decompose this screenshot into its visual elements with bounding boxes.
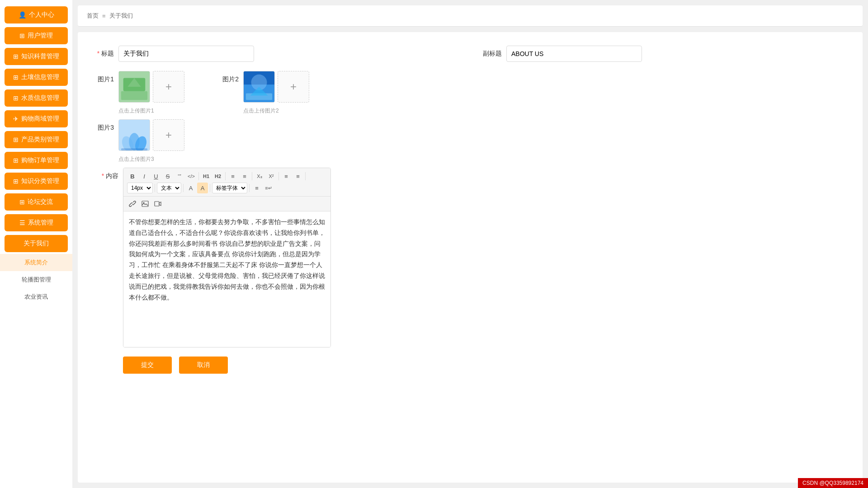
- toolbar-font-color[interactable]: A: [185, 183, 196, 193]
- toolbar-sep-5: [305, 172, 306, 180]
- img2-preview: [244, 71, 274, 102]
- toolbar-underline[interactable]: U: [151, 171, 161, 182]
- sidebar-item-knowledge-classify[interactable]: ⊞ 知识分类管理: [5, 173, 68, 190]
- form-actions: 提交 取消: [96, 357, 844, 374]
- img1-section: 图片1: [96, 71, 184, 115]
- img2-add-button[interactable]: +: [278, 71, 309, 103]
- submit-button[interactable]: 提交: [123, 357, 172, 374]
- toolbar-link[interactable]: [127, 198, 138, 209]
- toolbar-h1[interactable]: H1: [201, 171, 212, 182]
- toolbar-align-left[interactable]: ≡: [281, 171, 292, 182]
- subtitle-group: 副标题: [477, 46, 844, 62]
- toolbar-bg-color[interactable]: A: [197, 183, 208, 193]
- sidebar-item-about-us[interactable]: 关于我们: [5, 235, 68, 252]
- sidebar-item-personal-center[interactable]: 👤 个人中心: [5, 6, 68, 23]
- toolbar-row-1: B I U S “” </> H1 H2 ≡ ≡ X₂ X² ≡: [123, 168, 330, 197]
- img1-add-button[interactable]: +: [153, 71, 184, 103]
- toolbar-ol[interactable]: ≡: [227, 171, 238, 182]
- toolbar-code[interactable]: </>: [186, 171, 197, 182]
- toolbar-sep-3: [252, 172, 252, 180]
- img3-add-button[interactable]: +: [153, 119, 184, 151]
- title-input[interactable]: [118, 46, 254, 62]
- toolbar-align-right[interactable]: ≡: [292, 171, 303, 182]
- img2-section: 图片2: [221, 71, 309, 115]
- breadcrumb-current: 关于我们: [109, 12, 133, 20]
- toolbar-font-family-select[interactable]: 标签字体: [212, 183, 247, 193]
- img2-svg: [244, 71, 274, 102]
- toolbar-image-upload[interactable]: [140, 198, 151, 209]
- grid-icon-7: ⊞: [19, 198, 25, 206]
- breadcrumb-home[interactable]: 首页: [87, 12, 99, 20]
- img1-thumbnail[interactable]: [118, 71, 150, 103]
- toolbar-fontsize-select[interactable]: 14px 12px 16px 18px: [127, 183, 153, 193]
- breadcrumb-separator: ≡: [102, 13, 106, 19]
- svg-rect-14: [142, 201, 148, 206]
- calendar-icon: ⊞: [13, 157, 19, 164]
- sub-menu-system-intro[interactable]: 系统简介: [0, 254, 72, 271]
- sub-menu-carousel[interactable]: 轮播图管理: [0, 271, 72, 288]
- sidebar-item-knowledge-category[interactable]: ⊞ 知识科普管理: [5, 48, 68, 65]
- toolbar-video[interactable]: [152, 198, 163, 209]
- sidebar-item-user-management[interactable]: ⊞ 用户管理: [5, 27, 68, 44]
- toolbar-superscript[interactable]: X²: [266, 171, 277, 182]
- grid-icon-3: ⊞: [13, 74, 19, 81]
- toolbar-h2[interactable]: H2: [212, 171, 223, 182]
- toolbar-ul[interactable]: ≡: [239, 171, 250, 182]
- video-icon: [154, 200, 161, 207]
- subtitle-label: 副标题: [477, 50, 502, 58]
- svg-rect-2: [121, 91, 147, 100]
- toolbar-row-2: [123, 197, 330, 211]
- sidebar-item-shop-domain[interactable]: ✈ 购物商域管理: [5, 110, 68, 127]
- sidebar-item-soil-info[interactable]: ⊞ 土壤信息管理: [5, 69, 68, 86]
- grid-icon-5: ⊞: [13, 136, 19, 143]
- toolbar-strikethrough[interactable]: S: [162, 171, 173, 182]
- img1-label: 图片1: [96, 75, 114, 84]
- img1-upload-area: +: [118, 71, 184, 103]
- sidebar-item-product-category[interactable]: ⊞ 产品类别管理: [5, 131, 68, 148]
- main-content: 首页 ≡ 关于我们 * 标题 副标题 图片1: [72, 0, 868, 488]
- link-icon: [129, 200, 136, 207]
- svg-rect-16: [155, 202, 159, 206]
- toolbar-subscript[interactable]: X₂: [254, 171, 265, 182]
- csdn-watermark: CSDN @QQ3359892174: [798, 478, 868, 488]
- user-icon: 👤: [19, 11, 26, 19]
- img1-hint: 点击上传图片1: [118, 107, 184, 115]
- image-icon: [142, 200, 149, 207]
- toolbar-bold[interactable]: B: [127, 171, 138, 182]
- editor-body[interactable]: 不管你想要怎样的生活，你都要去努力争取，不多害怕一些事情怎么知道自己适合什么，不…: [123, 211, 330, 347]
- toolbar-indent[interactable]: ≡↵: [263, 183, 274, 193]
- img3-label: 图片3: [96, 124, 114, 132]
- sidebar: 👤 个人中心 ⊞ 用户管理 ⊞ 知识科普管理 ⊞ 土壤信息管理 ⊞ 水质信息管理…: [0, 0, 72, 488]
- img2-hint: 点击上传图片2: [243, 107, 309, 115]
- img2-label: 图片2: [221, 75, 239, 84]
- sub-menu-agriculture[interactable]: 农业资讯: [0, 288, 72, 305]
- img3-thumbnail[interactable]: [118, 119, 150, 151]
- sidebar-item-water-info[interactable]: ⊞ 水质信息管理: [5, 89, 68, 107]
- breadcrumb: 首页 ≡ 关于我们: [78, 5, 863, 27]
- plane-icon: ✈: [13, 115, 19, 122]
- toolbar-italic[interactable]: I: [139, 171, 150, 182]
- sidebar-item-system-manage[interactable]: ☰ 系统管理: [5, 214, 68, 231]
- img2-thumbnail[interactable]: [243, 71, 275, 103]
- sub-menu: 系统简介 轮播图管理 农业资讯: [0, 254, 72, 305]
- img3-svg: [119, 120, 150, 150]
- img3-section: 图片3: [96, 119, 844, 163]
- toolbar-sep-8: [210, 184, 210, 192]
- grid-icon-6: ⊞: [13, 178, 19, 185]
- svg-rect-13: [121, 148, 147, 150]
- img3-preview: [119, 120, 150, 150]
- toolbar-align-center[interactable]: ≡: [251, 183, 262, 193]
- grid-icon-4: ⊞: [13, 94, 19, 102]
- toolbar-blockquote[interactable]: “”: [174, 171, 185, 182]
- cancel-button[interactable]: 取消: [179, 357, 228, 374]
- content-label: * 内容: [96, 172, 118, 180]
- img2-upload-area: +: [243, 71, 309, 103]
- subtitle-input[interactable]: [506, 46, 642, 62]
- toolbar-text-type-select[interactable]: 文本: [157, 183, 181, 193]
- toolbar-sep-4: [278, 172, 279, 180]
- title-label: * 标题: [96, 50, 114, 58]
- sidebar-item-order-management[interactable]: ⊞ 购物订单管理: [5, 152, 68, 169]
- sidebar-item-forum[interactable]: ⊞ 论坛交流: [5, 193, 68, 211]
- img3-hint: 点击上传图片3: [118, 155, 184, 163]
- toolbar-sep-7: [183, 184, 184, 192]
